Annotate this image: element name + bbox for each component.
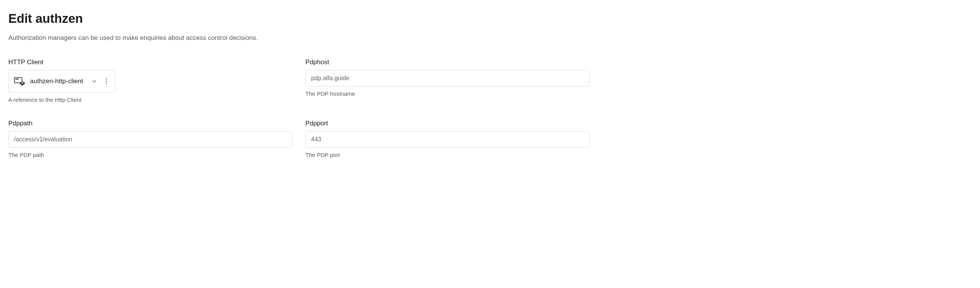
field-pdppath: Pdppath The PDP path — [8, 120, 293, 158]
svg-point-6 — [106, 83, 107, 84]
http-client-help: A reference to the Http Client — [8, 97, 293, 103]
svg-point-4 — [106, 79, 107, 80]
field-pdphost: Pdphost The PDP hostname — [305, 59, 590, 103]
http-client-label: HTTP Client — [8, 59, 293, 66]
http-client-resource-icon — [14, 76, 25, 87]
pdpport-help: The PDP port — [305, 151, 590, 158]
page-title: Edit authzen — [8, 11, 972, 26]
svg-point-1 — [16, 79, 16, 79]
svg-rect-0 — [14, 78, 22, 83]
svg-point-2 — [17, 79, 17, 79]
field-http-client: HTTP Client authzen-http-client — [8, 59, 293, 103]
pdppath-help: The PDP path — [8, 151, 293, 158]
svg-point-3 — [18, 79, 18, 79]
chevron-down-icon[interactable] — [91, 79, 98, 84]
more-menu-icon[interactable] — [103, 78, 110, 85]
pdphost-label: Pdphost — [305, 59, 590, 66]
pdphost-input[interactable] — [305, 70, 590, 87]
field-pdpport: Pdpport The PDP port — [305, 120, 590, 158]
pdpport-input[interactable] — [305, 131, 590, 148]
page-description: Authorization managers can be used to ma… — [8, 34, 972, 42]
http-client-picker[interactable]: authzen-http-client — [8, 70, 116, 93]
svg-point-5 — [106, 81, 107, 82]
pdppath-label: Pdppath — [8, 120, 293, 127]
form-grid: HTTP Client authzen-http-client — [8, 59, 590, 158]
pdpport-label: Pdpport — [305, 120, 590, 127]
http-client-value: authzen-http-client — [30, 78, 83, 85]
pdphost-help: The PDP hostname — [305, 91, 590, 97]
pdppath-input[interactable] — [8, 131, 293, 148]
